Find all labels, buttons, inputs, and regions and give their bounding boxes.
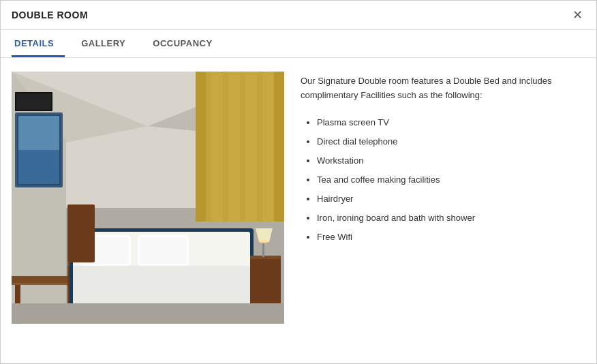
svg-rect-40	[250, 256, 281, 259]
modal-header: DOUBLE ROOM ✕	[1, 1, 596, 30]
tab-gallery[interactable]: GALLERY	[78, 30, 136, 57]
room-description: Our Signature Double room features a Dou…	[301, 74, 585, 103]
svg-rect-18	[16, 93, 51, 110]
tab-details[interactable]: DETAILS	[12, 30, 65, 57]
svg-rect-12	[257, 72, 262, 222]
room-image-container	[12, 72, 284, 324]
list-item: Iron, ironing board and bath with shower	[317, 209, 585, 227]
svg-rect-15	[18, 116, 59, 150]
double-room-modal: DOUBLE ROOM ✕ DETAILS GALLERY OCCUPANCY	[0, 0, 597, 364]
svg-rect-38	[67, 204, 95, 262]
modal-body: Our Signature Double room features a Dou…	[1, 58, 596, 363]
svg-rect-10	[223, 72, 228, 222]
svg-point-43	[259, 239, 269, 243]
svg-rect-8	[274, 72, 284, 222]
facilities-list: Plasma screen TV Direct dial telephone W…	[301, 114, 585, 247]
svg-rect-11	[240, 72, 245, 222]
svg-rect-26	[12, 283, 67, 285]
modal-title: DOUBLE ROOM	[12, 10, 88, 20]
list-item: Workstation	[317, 152, 585, 170]
tabs-bar: DETAILS GALLERY OCCUPANCY	[1, 30, 596, 58]
list-item: Free Wifi	[317, 228, 585, 246]
list-item: Direct dial telephone	[317, 133, 585, 151]
svg-rect-7	[196, 72, 206, 222]
room-image-svg	[12, 72, 284, 324]
list-item: Plasma screen TV	[317, 114, 585, 132]
list-item: Hairdryer	[317, 190, 585, 208]
svg-rect-9	[206, 72, 211, 222]
svg-rect-16	[18, 150, 59, 184]
room-details-panel: Our Signature Double room features a Dou…	[301, 72, 585, 350]
close-button[interactable]: ✕	[570, 7, 585, 22]
tab-occupancy[interactable]: OCCUPANCY	[150, 30, 223, 57]
list-item: Tea and coffee making facilities	[317, 171, 585, 189]
svg-rect-24	[12, 276, 67, 283]
svg-rect-44	[12, 303, 284, 324]
svg-rect-36	[140, 237, 187, 264]
